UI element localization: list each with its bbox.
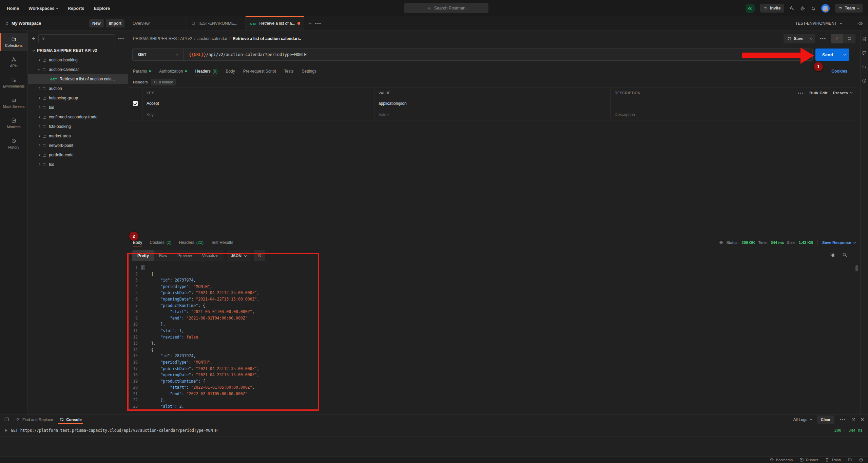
request-tab-pre-request-script[interactable]: Pre-request Script xyxy=(243,69,276,74)
search-response-icon[interactable] xyxy=(842,252,847,257)
team-button[interactable]: Team xyxy=(835,4,863,13)
folder-portfolio-code[interactable]: portfolio-code xyxy=(28,150,128,160)
sidebar-item-environments[interactable]: Environments xyxy=(0,74,27,92)
folder-market-area[interactable]: market-area xyxy=(28,131,128,141)
response-tab-body[interactable]: Body xyxy=(133,240,142,245)
console-more-button[interactable]: ••• xyxy=(840,418,846,422)
environment-quick-look-eye-icon[interactable] xyxy=(858,21,863,26)
close-console-icon[interactable]: × xyxy=(861,417,864,423)
network-globe-icon[interactable] xyxy=(719,240,723,245)
method-selector[interactable]: GET xyxy=(133,49,184,60)
documentation-icon[interactable] xyxy=(862,37,867,41)
request-item[interactable]: GET Retrieve a list of auction cale... xyxy=(28,74,128,84)
table-more-button[interactable]: ••• xyxy=(798,91,804,95)
edit-pencil-button[interactable] xyxy=(831,34,843,43)
response-tab-headers[interactable]: Headers (22) xyxy=(179,240,204,245)
nav-item-explore[interactable]: Explore xyxy=(94,6,110,11)
request-tab-body[interactable]: Body xyxy=(226,69,235,74)
presets-button[interactable]: Presets xyxy=(833,91,852,95)
sidebar-item-collections[interactable]: Collections xyxy=(0,33,27,51)
bulk-edit-button[interactable]: Bulk Edit xyxy=(809,91,827,95)
user-avatar[interactable] xyxy=(821,4,830,13)
folder-balancing-group[interactable]: balancing-group xyxy=(28,93,128,103)
folder-tso[interactable]: tso xyxy=(28,160,128,169)
save-options-button[interactable] xyxy=(807,34,815,43)
header-description-placeholder[interactable]: Description xyxy=(611,109,788,120)
response-scrollbar[interactable] xyxy=(855,265,858,271)
nav-item-home[interactable]: Home xyxy=(7,6,19,11)
folder-auction-calendar[interactable]: auction-calendar xyxy=(28,65,128,74)
statusbar-trash-button[interactable]: Trash xyxy=(825,458,841,462)
sidebar-more-button[interactable]: ••• xyxy=(118,36,124,41)
cookies-link[interactable]: Cookies xyxy=(831,69,847,74)
request-tab-headers[interactable]: Headers (9) xyxy=(195,69,217,74)
split-panes-button[interactable] xyxy=(848,458,852,462)
request-more-actions-button[interactable]: ••• xyxy=(820,36,826,41)
folder-network-point[interactable]: network-point xyxy=(28,141,128,150)
header-key-cell[interactable]: Accept xyxy=(142,98,374,109)
tab-request-active[interactable]: GET Retrieve a list of a... xyxy=(246,16,304,31)
global-search[interactable]: Search Postman xyxy=(404,3,488,13)
header-row-checkbox[interactable] xyxy=(133,101,138,106)
folder-confirmed-secondary-trade[interactable]: confirmed-secondary-trade xyxy=(28,112,128,122)
tab-overview[interactable]: Overview xyxy=(128,16,187,31)
expand-log-icon[interactable] xyxy=(5,429,7,432)
folder-auction-booking[interactable]: auction-booking xyxy=(28,55,128,65)
panel-layout-icon[interactable] xyxy=(4,417,9,422)
folder-bid[interactable]: bid xyxy=(28,103,128,112)
hidden-headers-badge[interactable]: 8 hidden xyxy=(151,79,176,85)
filter-input[interactable] xyxy=(38,34,115,43)
header-key-placeholder[interactable]: Key xyxy=(142,109,374,120)
import-button[interactable]: Import xyxy=(106,19,124,27)
find-and-replace-button[interactable]: Find and Replace xyxy=(16,415,53,424)
sync-status-button[interactable] xyxy=(746,4,755,13)
code-snippet-icon[interactable] xyxy=(862,64,867,69)
sidebar-item-apis[interactable]: APIs xyxy=(0,54,27,71)
console-tab[interactable]: Console xyxy=(60,415,81,424)
request-tab-authorization[interactable]: Authorization xyxy=(159,69,187,74)
url-input[interactable]: {{URL}}/api/v2/auction-calendar?periodTy… xyxy=(184,52,307,57)
request-tab-settings[interactable]: Settings xyxy=(302,69,316,74)
save-response-button[interactable]: Save Response xyxy=(822,240,855,245)
add-collection-button[interactable]: + xyxy=(32,35,35,42)
info-icon[interactable] xyxy=(862,78,867,83)
header-value-cell[interactable]: application/json xyxy=(374,98,611,109)
send-options-button[interactable] xyxy=(840,49,849,61)
comment-mode-button[interactable] xyxy=(843,34,855,43)
request-tab-tests[interactable]: Tests xyxy=(284,69,293,74)
new-tab-button[interactable]: + xyxy=(308,20,312,27)
tab-options-button[interactable]: ••• xyxy=(315,21,322,26)
send-button[interactable]: Send xyxy=(815,49,840,61)
breadcrumb-folder[interactable]: auction-calendar xyxy=(197,36,228,41)
save-button[interactable]: Save xyxy=(784,34,815,43)
nav-item-reports[interactable]: Reports xyxy=(67,6,84,11)
settings-gear-icon[interactable] xyxy=(800,6,805,11)
tab-environment[interactable]: TEST-ENVIRONME... xyxy=(187,16,246,31)
statusbar-bootcamp-button[interactable]: Bootcamp xyxy=(770,458,793,462)
request-tab-params[interactable]: Params xyxy=(133,69,151,74)
header-description-cell[interactable] xyxy=(611,98,788,109)
header-value-placeholder[interactable]: Value xyxy=(374,109,611,120)
collection-root[interactable]: PRISMA SHIPPER REST API v2 xyxy=(28,46,128,55)
sidebar-item-monitors[interactable]: Monitors xyxy=(0,115,27,132)
log-level-selector[interactable]: All Logs xyxy=(793,418,812,422)
comments-icon[interactable] xyxy=(862,51,867,55)
folder-fcfs-booking[interactable]: fcfs-booking xyxy=(28,122,128,131)
help-button[interactable] xyxy=(859,458,863,462)
response-tab-cookies[interactable]: Cookies (2) xyxy=(150,240,171,245)
new-button[interactable]: New xyxy=(89,19,104,27)
open-external-icon[interactable] xyxy=(851,418,855,422)
invite-button[interactable]: Invite xyxy=(760,4,784,13)
console-log-entry[interactable]: GET https://platform.test.prisma-capacit… xyxy=(0,427,868,434)
sidebar-item-history[interactable]: History xyxy=(0,135,27,153)
satellite-icon[interactable] xyxy=(790,6,795,11)
response-tab-test-results[interactable]: Test Results xyxy=(211,240,233,245)
folder-auction[interactable]: auction xyxy=(28,84,128,93)
nav-item-workspaces[interactable]: Workspaces xyxy=(28,6,58,11)
sidebar-item-mock-servers[interactable]: Mock Servers xyxy=(0,94,27,112)
workspace-name[interactable]: My Workspace xyxy=(12,21,41,26)
breadcrumb-collection[interactable]: PRISMA SHIPPER REST API v2 xyxy=(133,36,192,41)
notifications-bell-icon[interactable] xyxy=(811,6,816,11)
environment-selector[interactable]: TEST-ENVIRONMENT xyxy=(784,21,853,26)
clear-console-button[interactable]: Clear xyxy=(817,416,834,424)
